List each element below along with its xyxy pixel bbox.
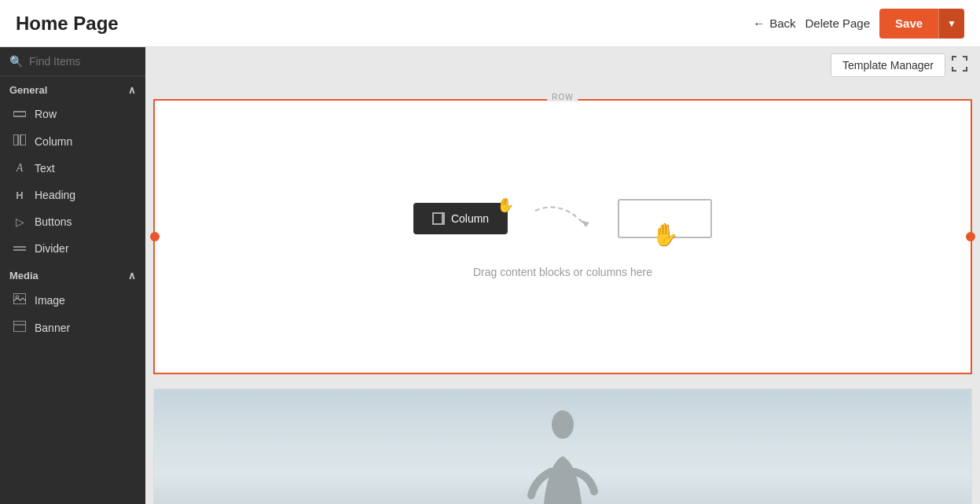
header: Home Page ← Back Delete Page Save ▼	[0, 0, 980, 47]
sidebar-item-buttons-label: Buttons	[35, 215, 72, 228]
sidebar-item-image-label: Image	[35, 294, 65, 307]
layout: 🔍 General ∧ Row Column A Text H Headin	[0, 47, 980, 504]
search-icon: 🔍	[9, 55, 23, 68]
save-dropdown-button[interactable]: ▼	[938, 9, 964, 39]
sidebar-item-banner-label: Banner	[35, 322, 70, 334]
row-icon	[13, 108, 27, 120]
sidebar-item-row[interactable]: Row	[3, 101, 142, 127]
row-handle-left-1[interactable]	[150, 232, 160, 241]
section-media-label: Media	[9, 270, 39, 281]
person-silhouette	[527, 409, 598, 504]
canvas: ROW Column ✋	[145, 99, 980, 504]
row-block-1: ROW Column ✋	[153, 99, 972, 374]
drag-hand-icon: ✋	[497, 197, 514, 214]
sidebar-item-column[interactable]: Column	[3, 127, 142, 155]
drag-arrow	[531, 195, 594, 242]
section-general-label: General	[9, 84, 47, 96]
sidebar-item-heading[interactable]: H Heading	[3, 182, 142, 208]
row-handle-right-1[interactable]	[966, 232, 975, 241]
section-general[interactable]: General ∧	[0, 76, 145, 101]
image-icon	[13, 293, 27, 307]
drag-hint-text: Drag content blocks or columns here	[473, 266, 652, 278]
drop-target-box: ✋	[618, 199, 712, 238]
delete-page-button[interactable]: Delete Page	[806, 17, 871, 30]
chevron-up-icon: ∧	[128, 84, 136, 96]
sidebar-item-divider-label: Divider	[35, 242, 69, 255]
buttons-icon: ▷	[13, 215, 27, 228]
svg-rect-0	[13, 112, 26, 116]
back-arrow-icon: ←	[753, 17, 765, 30]
sidebar: 🔍 General ∧ Row Column A Text H Headin	[0, 47, 145, 504]
sidebar-item-image[interactable]: Image	[3, 286, 142, 314]
search-input[interactable]	[29, 55, 136, 68]
text-icon: A	[13, 162, 27, 175]
sidebar-item-text[interactable]: A Text	[3, 155, 142, 182]
sidebar-item-heading-label: Heading	[35, 189, 75, 201]
divider-icon	[13, 242, 27, 255]
row-block-2: ROW	[153, 388, 972, 504]
row-label-1: ROW	[547, 93, 578, 101]
template-manager-button[interactable]: Template Manager	[831, 53, 945, 77]
main-toolbar: Template Manager	[145, 47, 980, 83]
section-media[interactable]: Media ∧	[0, 262, 145, 286]
sidebar-item-buttons[interactable]: ▷ Buttons	[3, 208, 142, 235]
sidebar-item-text-label: Text	[35, 162, 55, 175]
banner-icon	[13, 321, 27, 334]
heading-icon: H	[13, 189, 27, 201]
column-icon	[13, 134, 27, 148]
back-button[interactable]: ← Back	[753, 17, 795, 30]
header-left: Home Page	[16, 13, 119, 35]
sidebar-item-row-label: Row	[35, 108, 57, 120]
column-drag-icon	[432, 212, 445, 225]
search-box: 🔍	[0, 47, 145, 76]
fullscreen-icon	[952, 56, 967, 72]
header-right: ← Back Delete Page Save ▼	[753, 9, 964, 39]
chevron-up-icon-media: ∧	[128, 270, 136, 281]
column-drag-source[interactable]: Column ✋	[413, 203, 508, 234]
fullscreen-button[interactable]	[952, 56, 967, 75]
svg-rect-2	[20, 134, 26, 145]
save-button-group: Save ▼	[879, 9, 964, 39]
sidebar-item-divider[interactable]: Divider	[3, 235, 142, 262]
svg-rect-7	[13, 321, 26, 332]
page-title: Home Page	[16, 13, 119, 35]
drag-area: Column ✋ ✋ D	[382, 164, 743, 310]
sidebar-item-banner[interactable]: Banner	[3, 314, 142, 341]
sidebar-item-column-label: Column	[35, 135, 72, 148]
chevron-down-icon: ▼	[947, 18, 956, 29]
main-area: Template Manager ROW Column	[145, 47, 980, 504]
svg-rect-1	[13, 134, 18, 145]
svg-point-10	[552, 410, 574, 439]
column-drag-label: Column	[451, 212, 489, 225]
drag-illustration: Column ✋ ✋	[413, 195, 712, 242]
save-button[interactable]: Save	[879, 9, 938, 39]
drop-hand-icon: ✋	[651, 222, 679, 248]
